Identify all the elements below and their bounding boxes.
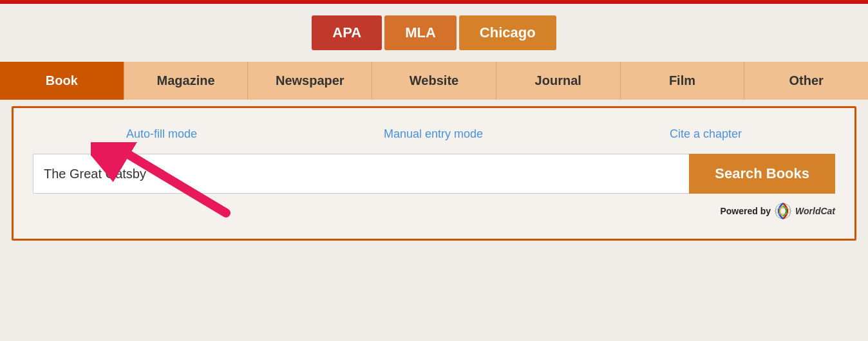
powered-by: Powered by WorldCat xyxy=(33,203,835,219)
tab-newspaper[interactable]: Newspaper xyxy=(248,62,372,100)
autofill-mode-tab[interactable]: Auto-fill mode xyxy=(126,127,197,141)
cite-chapter-tab[interactable]: Cite a chapter xyxy=(670,127,742,141)
tab-other[interactable]: Other xyxy=(744,62,868,100)
tab-film[interactable]: Film xyxy=(621,62,745,100)
tab-website[interactable]: Website xyxy=(372,62,496,100)
worldcat-icon xyxy=(775,203,791,219)
search-books-button[interactable]: Search Books xyxy=(689,154,835,194)
powered-by-label: Powered by xyxy=(720,206,771,216)
search-row: Search Books xyxy=(33,154,835,194)
mode-tabs: Auto-fill mode Manual entry mode Cite a … xyxy=(33,121,835,154)
content-area: Auto-fill mode Manual entry mode Cite a … xyxy=(12,106,856,241)
manual-entry-mode-tab[interactable]: Manual entry mode xyxy=(384,127,483,141)
tab-book[interactable]: Book xyxy=(0,62,124,100)
source-tabs: Book Magazine Newspaper Website Journal … xyxy=(0,62,868,100)
search-input[interactable] xyxy=(33,154,689,194)
chicago-button[interactable]: Chicago xyxy=(459,15,556,50)
tab-journal[interactable]: Journal xyxy=(496,62,621,100)
apa-button[interactable]: APA xyxy=(312,15,382,50)
citation-style-bar: APA MLA Chicago xyxy=(0,4,868,62)
tab-magazine[interactable]: Magazine xyxy=(124,62,249,100)
worldcat-label: WorldCat xyxy=(795,206,835,216)
svg-point-3 xyxy=(775,208,791,214)
svg-point-2 xyxy=(775,203,791,219)
mla-button[interactable]: MLA xyxy=(384,15,457,50)
